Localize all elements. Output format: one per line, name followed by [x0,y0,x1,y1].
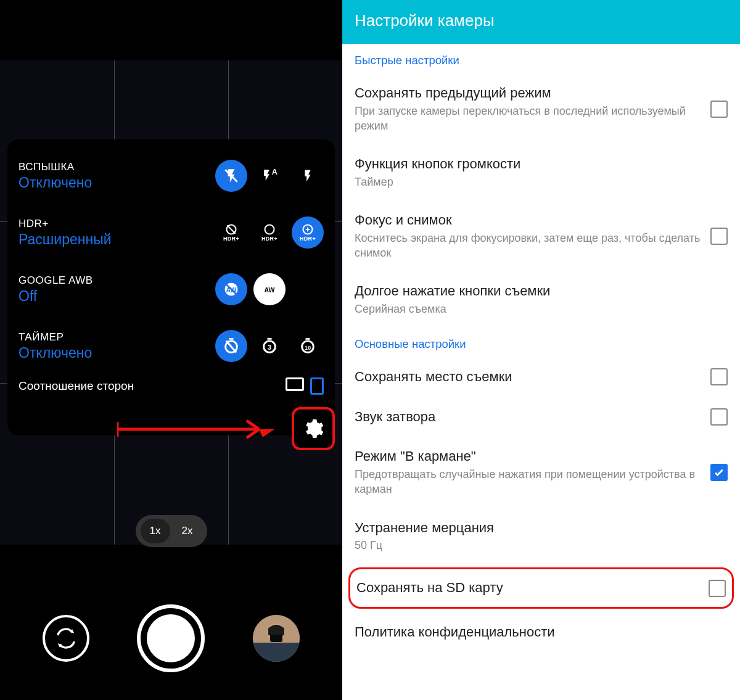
camera-top-bar [0,0,342,60]
gear-icon [302,418,324,440]
section-tail: Политика конфиденциальности [342,612,740,653]
section-title-main: Основные настройки [355,327,728,357]
quick-row-awb: GOOGLE AWB Off AW AW [18,264,324,315]
quick-label: ВСПЫШКА Отключено [18,161,215,191]
quick-options: 3 10 [215,330,324,362]
quick-row-aspect: Соотношение сторон [18,377,324,395]
zoom-2x-button[interactable]: 2x [173,519,202,543]
svg-rect-17 [253,643,300,662]
quick-label: ТАЙМЕР Отключено [18,331,215,361]
section-quick: Быстрые настройки Сохранять предыдущий р… [342,44,740,564]
aspect-16-9-icon[interactable] [310,377,324,395]
highlighted-sd-card-setting: Сохранять на SD карту [348,567,734,609]
settings-button[interactable] [292,407,335,450]
svg-text:AW: AW [265,286,275,294]
flash-auto-icon[interactable]: A [253,160,286,192]
quick-options: HDR+ HDR+ HDR+ [215,216,324,249]
setting-title: Сохранять на SD карту [356,579,700,597]
setting-save-sd[interactable]: Сохранять на SD карту [356,578,726,598]
zoom-toggle: 1x 2x [136,515,207,547]
setting-title: Звук затвора [355,408,702,426]
svg-rect-19 [270,635,282,642]
quick-options: A [215,160,324,192]
annotation-arrow [117,418,281,440]
quick-label-value: Расширенный [18,231,215,248]
quick-label-value: Отключено [18,345,215,361]
checkbox[interactable] [709,580,726,597]
setting-title: Функция кнопок громкости [355,155,728,173]
timer-3s-icon[interactable]: 3 [253,330,286,362]
setting-flicker[interactable]: Устранение мерцания 50 Гц [355,508,728,564]
switch-camera-icon [54,626,78,651]
setting-privacy[interactable]: Политика конфиденциальности [355,612,728,653]
setting-long-press[interactable]: Долгое нажатие кнопки съемки Серийная съ… [355,271,728,327]
quick-options: AW AW [215,273,324,305]
quick-row-flash: ВСПЫШКА Отключено A [18,150,324,201]
gallery-thumbnail [253,615,300,662]
quick-settings-panel: ВСПЫШКА Отключено A HDR+ Расширенный [7,139,335,435]
checkbox-checked[interactable] [710,464,728,481]
setting-sub: 50 Гц [355,538,728,553]
quick-label-title: ТАЙМЕР [18,331,215,344]
setting-title: Фокус и снимок [355,212,702,229]
setting-sub: При запуске камеры переключаться в после… [355,104,702,134]
setting-title: Политика конфиденциальности [355,624,728,641]
flash-on-icon[interactable] [292,160,324,192]
quick-label-title: HDR+ [18,218,215,230]
setting-volume-keys[interactable]: Функция кнопок громкости Таймер [355,144,728,200]
awb-on-icon[interactable]: AW [253,273,286,305]
camera-screen: ВСПЫШКА Отключено A HDR+ Расширенный [0,0,342,700]
setting-sub: Коснитесь экрана для фокусировки, затем … [355,231,702,261]
hdr-enhanced-icon[interactable]: HDR+ [292,216,324,249]
svg-text:3: 3 [268,344,271,351]
quick-row-timer: ТАЙМЕР Отключено 3 10 [18,321,324,371]
timer-10s-icon[interactable]: 10 [292,330,324,362]
settings-screen: Настройки камеры Быстрые настройки Сохра… [342,0,740,700]
quick-label-title: ВСПЫШКА [18,161,215,173]
checkbox[interactable] [710,408,728,426]
quick-label: HDR+ Расширенный [18,218,215,248]
check-icon [713,466,725,479]
aspect-label: Соотношение сторон [18,379,134,393]
setting-title: Режим "В кармане" [355,448,702,466]
setting-focus-shot[interactable]: Фокус и снимок Коснитесь экрана для фоку… [355,200,728,271]
hdr-on-icon[interactable]: HDR+ [253,216,286,249]
setting-title: Сохранять место съемки [355,368,702,386]
aspect-options [286,377,324,395]
zoom-1x-button[interactable]: 1x [141,519,170,543]
flash-off-icon[interactable] [215,160,247,192]
quick-label-value: Off [18,288,215,305]
checkbox[interactable] [710,101,728,118]
setting-shutter-sound[interactable]: Звук затвора [355,397,728,437]
shutter-inner [147,614,195,662]
camera-bottom-bar [0,577,342,700]
awb-off-icon[interactable]: AW [215,273,247,305]
setting-save-prev-mode[interactable]: Сохранять предыдущий режим При запуске к… [355,73,728,144]
checkbox[interactable] [710,228,728,245]
setting-pocket-mode[interactable]: Режим "В кармане" Предотвращать случайны… [355,437,728,508]
timer-off-icon[interactable] [215,330,247,362]
setting-title: Устранение мерцания [355,519,728,537]
gallery-thumbnail-button[interactable] [253,615,300,662]
setting-sub: Таймер [355,175,728,189]
aspect-4-3-icon[interactable] [286,377,304,391]
quick-label: GOOGLE AWB Off [18,274,215,305]
setting-sub: Предотвращать случайные нажатия при поме… [355,467,702,497]
settings-appbar: Настройки камеры [342,0,740,44]
svg-point-4 [265,225,274,234]
section-title-quick: Быстрые настройки [355,44,728,73]
setting-title: Сохранять предыдущий режим [355,84,702,102]
setting-title: Долгое нажатие кнопки съемки [355,282,728,300]
quick-label-value: Отключено [18,175,215,191]
settings-title: Настройки камеры [355,11,728,30]
setting-sub: Серийная съемка [355,302,728,316]
svg-text:A: A [272,168,278,176]
switch-camera-button[interactable] [43,615,89,662]
hdr-off-icon[interactable]: HDR+ [215,216,247,249]
setting-save-location[interactable]: Сохранять место съемки [355,357,728,397]
checkbox[interactable] [710,368,728,385]
quick-row-hdr: HDR+ Расширенный HDR+ HDR+ HDR+ [18,207,324,258]
quick-label-title: GOOGLE AWB [18,274,215,287]
svg-text:10: 10 [305,345,311,351]
shutter-button[interactable] [137,604,205,672]
